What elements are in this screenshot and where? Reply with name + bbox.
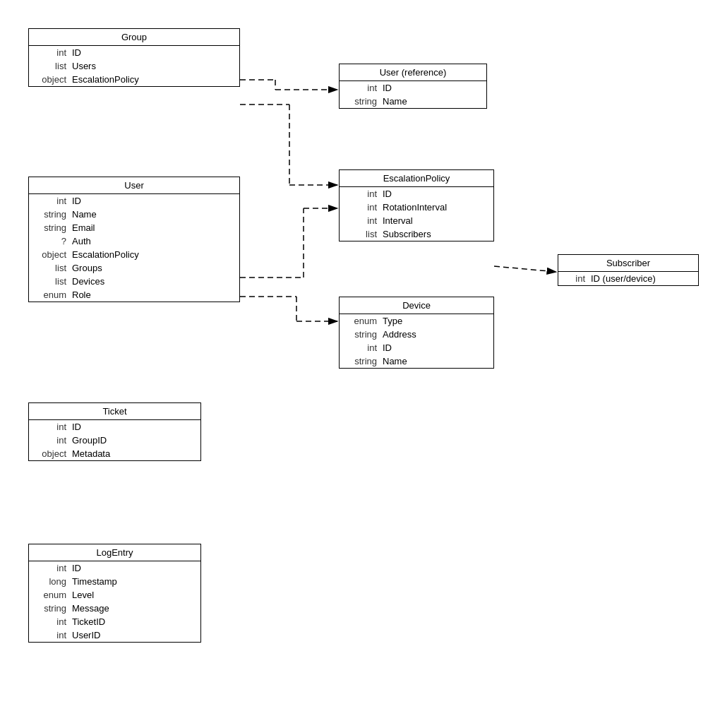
entity-user: User int ID string Name string Email ? A… xyxy=(28,177,240,302)
diagram-container: Group int ID list Users object Escalatio… xyxy=(0,0,720,728)
table-row: int ID (user/device) xyxy=(558,272,698,285)
entity-subscriber-body: int ID (user/device) xyxy=(558,272,698,285)
entity-log-entry: LogEntry int ID long Timestamp enum Leve… xyxy=(28,544,201,643)
table-row: int ID xyxy=(29,561,200,575)
table-row: list Devices xyxy=(29,275,239,288)
table-row: object EscalationPolicy xyxy=(29,73,239,86)
entity-user-body: int ID string Name string Email ? Auth o… xyxy=(29,194,239,302)
table-row: long Timestamp xyxy=(29,575,200,588)
entity-ticket-title: Ticket xyxy=(29,403,200,420)
entity-ticket: Ticket int ID int GroupID object Metadat… xyxy=(28,402,201,461)
table-row: int GroupID xyxy=(29,434,200,447)
entity-subscriber-title: Subscriber xyxy=(558,255,698,272)
entity-user-reference-title: User (reference) xyxy=(340,64,486,81)
table-row: enum Type xyxy=(340,314,493,328)
entity-device-title: Device xyxy=(340,297,493,314)
entity-escalation-policy-title: EscalationPolicy xyxy=(340,170,493,187)
entity-log-entry-title: LogEntry xyxy=(29,544,200,561)
table-row: string Name xyxy=(340,354,493,368)
svg-line-10 xyxy=(494,266,556,272)
table-row: list Groups xyxy=(29,261,239,275)
entity-ticket-body: int ID int GroupID object Metadata xyxy=(29,420,200,460)
table-row: int Interval xyxy=(340,214,493,227)
table-row: enum Level xyxy=(29,588,200,602)
table-row: string Address xyxy=(340,328,493,341)
table-row: string Email xyxy=(29,221,239,234)
entity-escalation-policy: EscalationPolicy int ID int RotationInte… xyxy=(339,169,494,241)
table-row: int ID xyxy=(340,81,486,95)
table-row: int UserID xyxy=(29,628,200,642)
table-row: int RotationInterval xyxy=(340,201,493,214)
table-row: enum Role xyxy=(29,288,239,302)
table-row: object EscalationPolicy xyxy=(29,248,239,261)
table-row: ? Auth xyxy=(29,234,239,248)
entity-group: Group int ID list Users object Escalatio… xyxy=(28,28,240,87)
entity-subscriber: Subscriber int ID (user/device) xyxy=(558,254,699,286)
entity-escalation-policy-body: int ID int RotationInterval int Interval… xyxy=(340,187,493,241)
entity-device-body: enum Type string Address int ID string N… xyxy=(340,314,493,368)
table-row: int ID xyxy=(29,46,239,59)
table-row: string Message xyxy=(29,602,200,615)
entity-user-reference-body: int ID string Name xyxy=(340,81,486,108)
table-row: object Metadata xyxy=(29,447,200,460)
entity-group-title: Group xyxy=(29,29,239,46)
entity-device: Device enum Type string Address int ID s… xyxy=(339,297,494,369)
table-row: int ID xyxy=(340,187,493,201)
table-row: int ID xyxy=(29,194,239,208)
entity-group-body: int ID list Users object EscalationPolic… xyxy=(29,46,239,86)
table-row: int ID xyxy=(340,341,493,354)
entity-user-title: User xyxy=(29,177,239,194)
table-row: string Name xyxy=(29,208,239,221)
table-row: list Users xyxy=(29,59,239,73)
entity-user-reference: User (reference) int ID string Name xyxy=(339,64,487,109)
table-row: string Name xyxy=(340,95,486,108)
table-row: int TicketID xyxy=(29,615,200,628)
table-row: int ID xyxy=(29,420,200,434)
table-row: list Subscribers xyxy=(340,227,493,241)
entity-log-entry-body: int ID long Timestamp enum Level string … xyxy=(29,561,200,642)
